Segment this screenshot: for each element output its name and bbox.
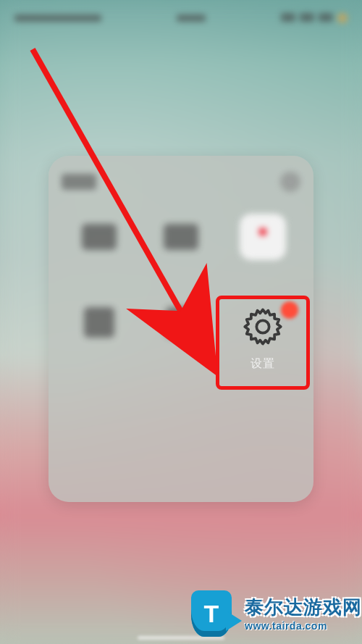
folder-app-4[interactable] — [63, 299, 135, 364]
notification-badge — [281, 301, 298, 319]
status-icons — [281, 13, 348, 23]
settings-app[interactable]: 设置 — [224, 304, 301, 372]
folder-app-3[interactable] — [227, 214, 299, 279]
watermark-site-url: www.tairda.com — [245, 620, 362, 632]
folder-app-1[interactable] — [63, 214, 135, 279]
status-bar — [0, 7, 362, 29]
folder-menu-button[interactable] — [280, 172, 300, 192]
watermark-site-name: 泰尔达游戏网 — [245, 595, 362, 620]
folder-app-2[interactable] — [145, 214, 217, 279]
app-4-icon — [76, 299, 122, 346]
folder-header — [62, 172, 300, 192]
phone-screen: 设置 T 泰尔达游戏网 www.tairda.com — [0, 0, 362, 644]
status-carrier — [14, 14, 101, 22]
watermark-badge: T — [184, 586, 249, 644]
settings-label: 设置 — [251, 356, 275, 372]
watermark-letter: T — [204, 600, 219, 628]
folder-title — [62, 174, 96, 190]
app-1-icon — [76, 214, 122, 260]
watermark: T 泰尔达游戏网 www.tairda.com — [184, 586, 362, 644]
app-2-icon — [158, 214, 204, 260]
status-time — [177, 14, 206, 22]
app-5-icon — [158, 299, 204, 346]
gear-icon — [240, 304, 285, 349]
folder-app-5[interactable] — [145, 299, 217, 364]
svg-point-0 — [256, 320, 269, 333]
app-3-icon — [240, 214, 286, 260]
